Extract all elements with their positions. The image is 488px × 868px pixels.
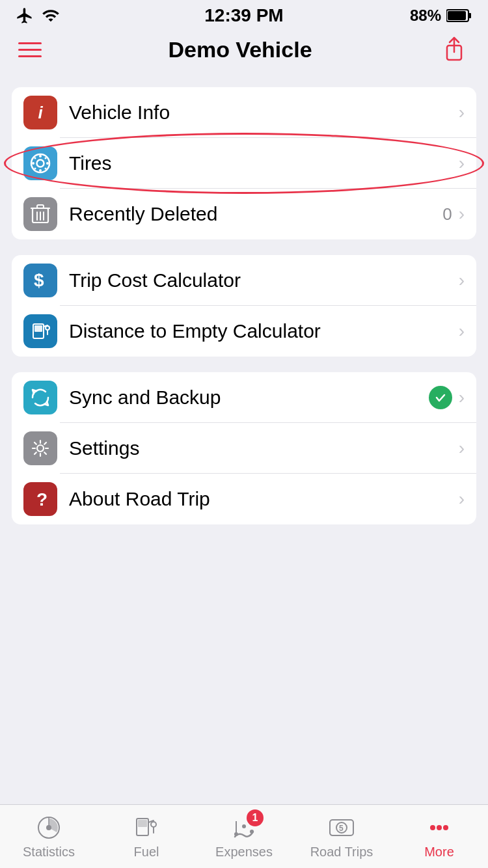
chevron-icon: › xyxy=(459,102,465,123)
question-icon: ? xyxy=(31,489,50,509)
trip-cost-icon: $ xyxy=(23,264,57,297)
trip-cost-label: Trip Cost Calculator xyxy=(69,269,459,292)
tab-statistics[interactable]: Statistics xyxy=(0,805,98,863)
svg-point-9 xyxy=(46,162,49,165)
svg-point-43 xyxy=(430,825,435,830)
card-group-1: i Vehicle Info › xyxy=(12,87,476,239)
battery-icon xyxy=(446,8,472,23)
distance-empty-icon xyxy=(23,314,57,348)
status-right: 88% xyxy=(410,7,472,25)
svg-point-39 xyxy=(250,830,254,834)
vehicle-info-label: Vehicle Info xyxy=(69,102,459,124)
chevron-icon: › xyxy=(459,489,465,509)
svg-point-13 xyxy=(34,168,36,170)
nav-bar: Demo Vehicle xyxy=(0,29,488,74)
svg-point-8 xyxy=(32,162,34,165)
main-content: i Vehicle Info › xyxy=(0,74,488,804)
share-button[interactable] xyxy=(439,34,470,65)
settings-icon xyxy=(23,431,57,465)
chevron-icon: › xyxy=(459,204,465,224)
fuel-icon xyxy=(31,320,50,342)
wheel-icon xyxy=(29,152,51,174)
expenses-tab-label: Expenses xyxy=(215,845,273,860)
page-title: Demo Vehicle xyxy=(168,37,312,62)
tab-road-trips[interactable]: 5 Road Trips xyxy=(293,805,390,863)
svg-rect-2 xyxy=(448,11,466,20)
expenses-badge: 1 xyxy=(247,809,264,826)
fuel-tab-label: Fuel xyxy=(134,845,159,860)
svg-point-7 xyxy=(39,169,42,172)
list-item-vehicle-info[interactable]: i Vehicle Info › xyxy=(12,87,476,138)
list-item-trip-cost[interactable]: $ Trip Cost Calculator › xyxy=(12,255,476,306)
chevron-icon: › xyxy=(459,321,465,342)
more-tab-label: More xyxy=(424,845,454,860)
wifi-icon xyxy=(40,7,61,25)
svg-point-26 xyxy=(37,445,44,452)
svg-rect-16 xyxy=(37,205,44,208)
share-icon xyxy=(442,35,467,64)
statistics-tab-label: Statistics xyxy=(23,845,75,860)
about-label: About Road Trip xyxy=(69,488,459,510)
tires-icon xyxy=(23,146,57,180)
svg-text:$: $ xyxy=(34,270,44,290)
svg-rect-32 xyxy=(138,820,147,827)
fuel-tab-icon xyxy=(132,813,161,842)
gear-icon xyxy=(30,438,51,459)
sync-label: Sync and Backup xyxy=(69,387,429,409)
road-trips-tab-icon: 5 xyxy=(327,813,356,842)
sync-arrows-icon xyxy=(30,387,51,408)
list-item-settings[interactable]: Settings › xyxy=(12,423,476,474)
list-item-recently-deleted[interactable]: Recently Deleted 0 › xyxy=(12,189,476,239)
expenses-tab-icon: 1 xyxy=(230,813,258,842)
list-item-sync[interactable]: Sync and Backup › xyxy=(12,372,476,423)
svg-point-34 xyxy=(151,822,156,827)
checkmark-icon xyxy=(434,391,447,404)
tab-fuel[interactable]: Fuel xyxy=(98,805,195,863)
svg-rect-1 xyxy=(468,13,471,18)
vehicle-info-icon: i xyxy=(23,96,57,129)
sync-check-badge xyxy=(429,386,452,409)
svg-rect-22 xyxy=(34,325,42,332)
svg-text:?: ? xyxy=(36,489,47,509)
chevron-icon: › xyxy=(459,270,465,291)
list-item-tires[interactable]: Tires › xyxy=(12,138,476,189)
svg-text:5: 5 xyxy=(339,824,344,833)
menu-button[interactable] xyxy=(18,42,42,57)
svg-point-12 xyxy=(45,157,47,159)
list-item-about[interactable]: ? About Road Trip › xyxy=(12,474,476,524)
status-bar: 12:39 PM 88% xyxy=(0,0,488,29)
status-time: 12:39 PM xyxy=(204,5,283,26)
svg-point-44 xyxy=(437,825,442,830)
settings-label: Settings xyxy=(69,437,459,459)
svg-point-38 xyxy=(242,824,246,828)
svg-point-10 xyxy=(34,157,36,159)
more-tab-icon xyxy=(425,813,454,842)
svg-point-5 xyxy=(37,160,44,167)
airplane-icon xyxy=(16,7,34,25)
about-icon: ? xyxy=(23,482,57,516)
card-group-2: $ Trip Cost Calculator › Distance to Emp… xyxy=(12,255,476,357)
chevron-icon: › xyxy=(459,438,465,459)
statistics-tab-icon xyxy=(34,813,63,842)
tab-more[interactable]: More xyxy=(390,805,488,863)
recently-deleted-label: Recently Deleted xyxy=(69,203,442,225)
dollar-icon: $ xyxy=(31,269,49,292)
recently-deleted-badge: 0 xyxy=(442,204,452,224)
tab-bar: Statistics Fuel 1 Expenses xyxy=(0,804,488,868)
chevron-icon: › xyxy=(459,387,465,408)
sync-icon xyxy=(23,381,57,414)
battery-percent: 88% xyxy=(410,7,441,25)
trash-icon xyxy=(31,203,50,225)
road-trips-tab-label: Road Trips xyxy=(310,845,373,860)
card-group-3: Sync and Backup › Settings › xyxy=(12,372,476,524)
distance-empty-label: Distance to Empty Calculator xyxy=(69,320,459,342)
svg-point-6 xyxy=(39,155,42,157)
tab-expenses[interactable]: 1 Expenses xyxy=(195,805,293,863)
tires-label: Tires xyxy=(69,152,459,174)
status-left xyxy=(16,7,61,25)
svg-point-45 xyxy=(443,825,448,830)
svg-point-11 xyxy=(45,168,47,170)
list-item-distance-empty[interactable]: Distance to Empty Calculator › xyxy=(12,306,476,357)
chevron-icon: › xyxy=(459,153,465,174)
recently-deleted-icon xyxy=(23,197,57,231)
